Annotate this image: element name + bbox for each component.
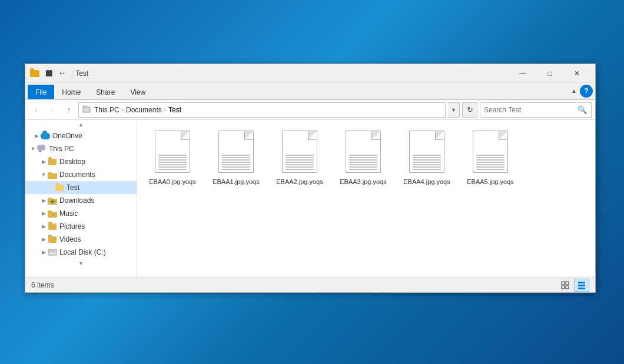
tab-home[interactable]: Home bbox=[54, 85, 88, 99]
title-bar-title: Test bbox=[75, 69, 509, 78]
quick-access-btn-1[interactable]: ⬛ bbox=[43, 68, 55, 79]
downloads-folder-icon bbox=[48, 196, 57, 205]
view-grid-button[interactable] bbox=[557, 279, 573, 292]
svg-rect-10 bbox=[48, 198, 52, 199]
quick-access-btn-2[interactable]: ↩ bbox=[56, 68, 68, 79]
videos-folder-icon bbox=[48, 235, 57, 244]
expand-icon: ▶ bbox=[39, 248, 48, 256]
sidebar-item-music[interactable]: ▶ ♪ Music bbox=[25, 207, 137, 220]
up-button[interactable]: ↑ bbox=[62, 103, 76, 117]
file-icon bbox=[406, 128, 447, 175]
svg-rect-17 bbox=[562, 282, 565, 285]
expand-icon: ▼ bbox=[39, 171, 48, 179]
tab-file[interactable]: File bbox=[28, 85, 54, 99]
sidebar-item-test[interactable]: Test bbox=[25, 181, 137, 194]
file-name: EBAA0.jpg.yoqs bbox=[149, 178, 196, 186]
title-bar: ⬛ ↩ | Test — □ ✕ bbox=[25, 64, 595, 83]
pc-icon bbox=[37, 144, 47, 153]
address-dropdown[interactable]: ▼ bbox=[448, 102, 460, 118]
expand-icon: ▶ bbox=[39, 235, 48, 243]
doc-icon bbox=[409, 131, 444, 173]
disk-icon bbox=[48, 248, 57, 257]
folder-open-icon bbox=[48, 170, 57, 179]
svg-rect-19 bbox=[562, 286, 565, 289]
file-item[interactable]: EBAA5.jpg.yoqs bbox=[461, 126, 520, 191]
file-name: EBAA2.jpg.yoqs bbox=[276, 178, 323, 186]
svg-rect-21 bbox=[578, 282, 585, 283]
search-icon-button[interactable]: 🔍 bbox=[577, 105, 588, 115]
file-icon bbox=[215, 128, 257, 175]
content-area: EBAA0.jpg.yoqs EBAA1.jpg.yoqs EBAA2.jpg.… bbox=[137, 120, 595, 277]
expand-icon: ▶ bbox=[39, 222, 48, 231]
view-list-button[interactable] bbox=[574, 279, 589, 292]
address-icon bbox=[82, 105, 91, 115]
sidebar-item-downloads[interactable]: ▶ Downloads bbox=[25, 194, 137, 207]
file-explorer-window: ⬛ ↩ | Test — □ ✕ File Home Share View ▲ bbox=[25, 64, 596, 293]
expand-icon: ▼ bbox=[29, 145, 37, 153]
ribbon: File Home Share View ▲ ? bbox=[25, 83, 595, 100]
file-item[interactable]: EBAA1.jpg.yoqs bbox=[207, 126, 265, 191]
expand-icon bbox=[49, 183, 55, 192]
folder-icon bbox=[48, 157, 57, 166]
sidebar-item-label: Local Disk (C:) bbox=[59, 248, 106, 256]
refresh-button[interactable]: ↻ bbox=[462, 102, 477, 118]
expand-icon: ▶ bbox=[32, 132, 41, 140]
tab-view[interactable]: View bbox=[122, 85, 153, 99]
svg-rect-6 bbox=[48, 173, 57, 179]
sidebar-item-onedrive[interactable]: ▶ OneDrive bbox=[25, 129, 137, 142]
svg-rect-20 bbox=[566, 286, 569, 289]
minimize-button[interactable]: — bbox=[509, 64, 536, 83]
svg-rect-22 bbox=[578, 285, 585, 286]
maximize-button[interactable]: □ bbox=[536, 64, 563, 83]
sidebar-scroll-down[interactable]: ▼ bbox=[25, 259, 137, 268]
path-segment-docs[interactable]: Documents bbox=[126, 106, 162, 114]
svg-rect-15 bbox=[49, 251, 54, 252]
sidebar-item-desktop[interactable]: ▶ Desktop bbox=[25, 155, 137, 168]
sidebar: ▲ ▶ OneDrive ▼ bbox=[25, 120, 137, 277]
view-buttons bbox=[557, 279, 589, 292]
search-box[interactable]: 🔍 bbox=[480, 102, 592, 118]
file-item[interactable]: EBAA2.jpg.yoqs bbox=[270, 126, 329, 191]
item-count: 6 items bbox=[31, 281, 557, 289]
sidebar-item-label: Music bbox=[59, 209, 78, 218]
svg-rect-4 bbox=[39, 151, 41, 152]
sidebar-item-local-disk[interactable]: ▶ Local Disk (C:) bbox=[25, 246, 137, 259]
close-button[interactable]: ✕ bbox=[563, 64, 590, 83]
svg-point-16 bbox=[54, 251, 56, 252]
ribbon-tabs: File Home Share View ▲ ? bbox=[25, 83, 595, 99]
forward-button[interactable]: › bbox=[45, 103, 59, 117]
pictures-folder-icon bbox=[48, 222, 57, 231]
doc-icon bbox=[473, 131, 508, 173]
sidebar-item-label: Test bbox=[67, 183, 79, 192]
back-button[interactable]: ‹ bbox=[29, 103, 43, 117]
file-item[interactable]: EBAA3.jpg.yoqs bbox=[334, 126, 393, 191]
ribbon-collapse-btn[interactable]: ▲ bbox=[568, 85, 580, 97]
sidebar-item-videos[interactable]: ▶ Videos bbox=[25, 233, 137, 246]
svg-rect-14 bbox=[48, 249, 57, 255]
tab-share[interactable]: Share bbox=[88, 85, 122, 99]
address-path[interactable]: This PC › Documents › Test bbox=[78, 102, 446, 118]
search-input[interactable] bbox=[484, 106, 575, 114]
svg-rect-1 bbox=[83, 106, 86, 108]
sidebar-item-pictures[interactable]: ▶ Pictures bbox=[25, 220, 137, 233]
main-area: ▲ ▶ OneDrive ▼ bbox=[25, 120, 595, 277]
address-bar: ‹ › ↑ This PC › Documents › Test ▼ ↻ 🔍 bbox=[25, 100, 595, 120]
music-folder-icon: ♪ bbox=[48, 209, 57, 218]
help-button[interactable]: ? bbox=[580, 85, 593, 98]
file-item[interactable]: EBAA4.jpg.yoqs bbox=[397, 126, 456, 191]
doc-icon bbox=[282, 131, 317, 173]
window-icon bbox=[30, 69, 39, 78]
file-icon bbox=[152, 128, 193, 175]
sidebar-item-documents[interactable]: ▼ Documents bbox=[25, 168, 137, 181]
folder-icon-small bbox=[30, 70, 39, 77]
expand-icon: ▶ bbox=[39, 196, 48, 205]
expand-icon: ▶ bbox=[39, 158, 48, 166]
path-segment-test[interactable]: Test bbox=[168, 106, 181, 114]
sidebar-scroll-up[interactable]: ▲ bbox=[25, 120, 137, 129]
file-item[interactable]: EBAA0.jpg.yoqs bbox=[143, 126, 202, 191]
path-segment-pc[interactable]: This PC bbox=[94, 106, 120, 114]
file-name: EBAA1.jpg.yoqs bbox=[213, 178, 260, 186]
sidebar-item-this-pc[interactable]: ▼ This PC bbox=[25, 142, 137, 155]
doc-icon bbox=[218, 131, 254, 173]
file-icon bbox=[343, 128, 384, 175]
